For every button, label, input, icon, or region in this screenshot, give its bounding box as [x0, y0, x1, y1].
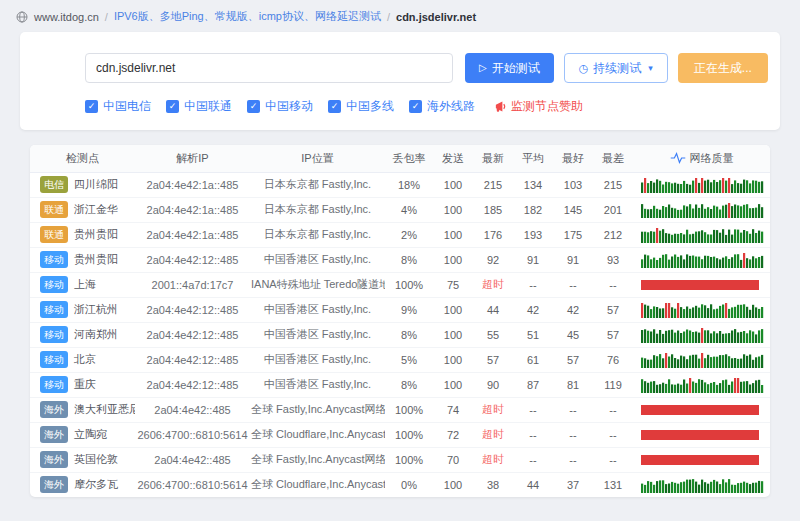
breadcrumb-site[interactable]: www.itdog.cn — [34, 11, 99, 23]
table-row: 海外澳大利亚悉尼2a04:4e42::485全球 Fastly,Inc.Anyc… — [30, 397, 770, 422]
sponsor-link[interactable]: 监测节点赞助 — [494, 98, 583, 115]
node-name: 浙江金华 — [74, 203, 118, 215]
cell-latest: 超时 — [473, 422, 513, 447]
cell-location: 日本东京都 Fastly,Inc. — [250, 197, 385, 222]
cell-location: 中国香港区 Fastly,Inc. — [250, 322, 385, 347]
toolbar-row: ▷ 开始测试 ◷ 持续测试 ▾ 正在生成... — [85, 53, 780, 83]
table-row: 移动河南郑州2a04:4e42:12::485中国香港区 Fastly,Inc.… — [30, 322, 770, 347]
cell-avg: 61 — [513, 347, 553, 372]
cell-latest: 57 — [473, 347, 513, 372]
cell-loss: 9% — [385, 297, 433, 322]
cell-avg: -- — [513, 397, 553, 422]
checkbox-checked-icon[interactable]: ✓ — [409, 100, 422, 113]
filter-option-label: 中国电信 — [103, 98, 151, 115]
cell-best: 37 — [553, 472, 593, 497]
checkbox-checked-icon[interactable]: ✓ — [166, 100, 179, 113]
breadcrumb-links[interactable]: IPV6版、多地Ping、常规版、icmp协议、网络延迟测试 — [114, 9, 381, 24]
line-type-badge: 移动 — [40, 276, 68, 293]
line-type-badge: 移动 — [40, 301, 68, 318]
cell-worst: 212 — [593, 222, 633, 247]
cell-avg: -- — [513, 272, 553, 297]
cell-location: 中国香港区 Fastly,Inc. — [250, 247, 385, 272]
cell-location: 中国香港区 Fastly,Inc. — [250, 372, 385, 397]
cell-sent: 100 — [433, 197, 473, 222]
cell-ip: 2a04:4e42:12::485 — [135, 372, 250, 397]
generating-button[interactable]: 正在生成... — [678, 53, 768, 83]
cell-avg: -- — [513, 447, 553, 472]
cell-location: 全球 Fastly,Inc.Anycast网络 — [250, 397, 385, 422]
cell-loss: 100% — [385, 397, 433, 422]
cell-node: 移动上海 — [30, 272, 135, 297]
line-type-badge: 移动 — [40, 376, 68, 393]
line-type-badge: 海外 — [40, 476, 68, 493]
cell-avg: 182 — [513, 197, 553, 222]
quality-chart — [633, 272, 770, 297]
breadcrumb-separator: / — [105, 11, 108, 23]
quality-chart — [633, 397, 770, 422]
cell-latest: 超时 — [473, 397, 513, 422]
sponsor-label: 监测节点赞助 — [511, 98, 583, 115]
cell-best: -- — [553, 397, 593, 422]
cell-sent: 75 — [433, 272, 473, 297]
filter-option-label: 海外线路 — [427, 98, 475, 115]
cell-loss: 8% — [385, 322, 433, 347]
cell-avg: 44 — [513, 472, 553, 497]
table-row: 联通浙江金华2a04:4e42:1a::485日本东京都 Fastly,Inc.… — [30, 197, 770, 222]
quality-chart — [633, 172, 770, 197]
filter-option-5[interactable]: ✓海外线路 — [409, 98, 475, 115]
cell-sent: 74 — [433, 397, 473, 422]
cell-avg: 87 — [513, 372, 553, 397]
quality-chart — [633, 447, 770, 472]
cell-sent: 72 — [433, 422, 473, 447]
cell-latest: 44 — [473, 297, 513, 322]
start-test-label: 开始测试 — [492, 60, 540, 77]
cell-location: IANA特殊地址 Teredo隧道地址 — [250, 272, 385, 297]
cell-location: 中国香港区 Fastly,Inc. — [250, 297, 385, 322]
cell-best: 81 — [553, 372, 593, 397]
filter-option-2[interactable]: ✓中国联通 — [166, 98, 232, 115]
start-test-button[interactable]: ▷ 开始测试 — [465, 53, 554, 83]
table-row: 移动上海2001::4a7d:17c7IANA特殊地址 Teredo隧道地址10… — [30, 272, 770, 297]
cell-best: 57 — [553, 347, 593, 372]
cell-loss: 2% — [385, 222, 433, 247]
quality-chart — [633, 372, 770, 397]
cell-location: 全球 Cloudflare,Inc.Anycast网络 — [250, 472, 385, 497]
quality-header-label: 网络质量 — [690, 151, 734, 166]
cell-node: 移动河南郑州 — [30, 322, 135, 347]
cell-latest: 超时 — [473, 447, 513, 472]
cell-node: 移动浙江杭州 — [30, 297, 135, 322]
checkbox-checked-icon[interactable]: ✓ — [85, 100, 98, 113]
filter-option-label: 中国多线 — [346, 98, 394, 115]
table-row: 移动重庆2a04:4e42:12::485中国香港区 Fastly,Inc.8%… — [30, 372, 770, 397]
filter-row: ✓中国电信✓中国联通✓中国移动✓中国多线✓海外线路 监测节点赞助 — [85, 98, 780, 115]
chevron-down-icon: ▾ — [648, 63, 653, 73]
line-type-badge: 电信 — [40, 176, 68, 193]
cell-node: 海外英国伦敦 — [30, 447, 135, 472]
filter-option-3[interactable]: ✓中国移动 — [247, 98, 313, 115]
quality-chart — [633, 322, 770, 347]
cell-avg: -- — [513, 422, 553, 447]
generating-label: 正在生成... — [694, 60, 752, 77]
continuous-test-button[interactable]: ◷ 持续测试 ▾ — [564, 53, 668, 83]
cell-loss: 100% — [385, 447, 433, 472]
cell-ip: 2a04:4e42:1a::485 — [135, 172, 250, 197]
cell-latest: 超时 — [473, 272, 513, 297]
cell-best: 91 — [553, 247, 593, 272]
table-row: 联通贵州贵阳2a04:4e42:1a::485日本东京都 Fastly,Inc.… — [30, 222, 770, 247]
cell-ip: 2606:4700::6810:5614 — [135, 472, 250, 497]
quality-chart — [633, 347, 770, 372]
filter-option-1[interactable]: ✓中国电信 — [85, 98, 151, 115]
cell-loss: 4% — [385, 197, 433, 222]
filter-option-4[interactable]: ✓中国多线 — [328, 98, 394, 115]
cell-best: 103 — [553, 172, 593, 197]
node-name: 贵州贵阳 — [74, 228, 118, 240]
checkbox-checked-icon[interactable]: ✓ — [247, 100, 260, 113]
cell-ip: 2a04:4e42:12::485 — [135, 247, 250, 272]
cell-best: 175 — [553, 222, 593, 247]
cell-node: 移动贵州贵阳 — [30, 247, 135, 272]
host-input[interactable] — [85, 53, 453, 83]
checkbox-checked-icon[interactable]: ✓ — [328, 100, 341, 113]
quality-chart — [633, 197, 770, 222]
line-type-badge: 海外 — [40, 451, 68, 468]
col-latest: 最新 — [473, 145, 513, 172]
